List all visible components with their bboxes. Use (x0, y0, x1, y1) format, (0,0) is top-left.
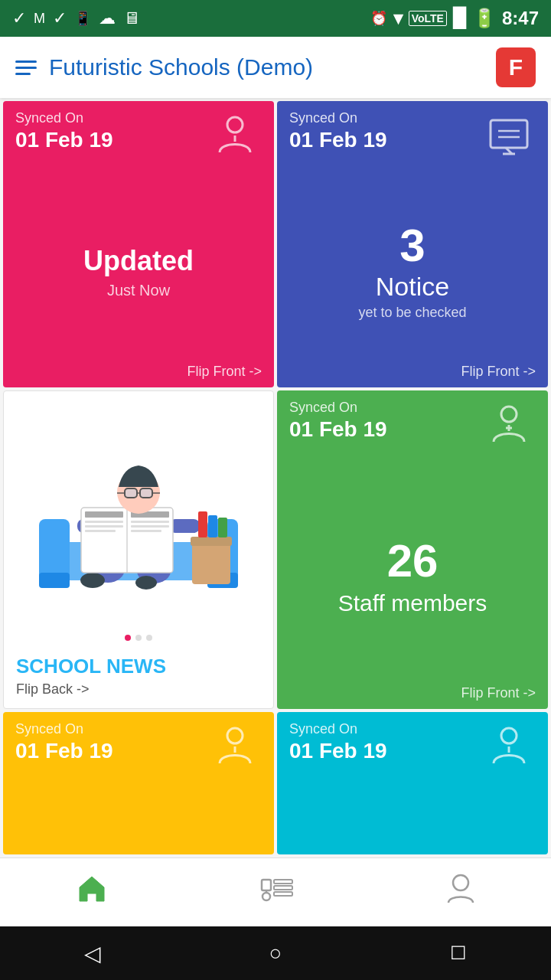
cyan-card-icon (482, 721, 536, 775)
main-grid: Synced On 01 Feb 19 Updated Just Now Fli… (0, 98, 551, 858)
check2-icon: ✓ (53, 8, 67, 28)
app-bar-left: Futuristic Schools (Demo) (15, 54, 313, 80)
battery-icon: 🔋 (473, 8, 496, 29)
svg-rect-27 (131, 525, 169, 528)
svg-rect-31 (140, 488, 152, 498)
update-flip-label[interactable]: Flip Front -> (187, 364, 262, 380)
notice-card-body: 3 Notice yet to be checked (277, 172, 548, 387)
volte-badge: VoLTE (409, 11, 447, 26)
staff-card-icon (482, 400, 536, 453)
status-bar: ✓ M ✓ 📱 ☁ 🖥 ⏰ ▾ VoLTE ▉ 🔋 8:47 (0, 0, 551, 37)
notice-label: Notice (376, 272, 449, 302)
svg-rect-39 (218, 518, 227, 537)
svg-point-14 (80, 573, 105, 588)
android-nav: ◁ ○ ☐ (0, 926, 551, 980)
update-title: Updated (83, 245, 194, 277)
news-image-area (4, 391, 273, 647)
svg-rect-35 (192, 542, 230, 584)
update-card-header: Synced On 01 Feb 19 (3, 101, 274, 172)
nav-card-view[interactable] (260, 875, 294, 910)
svg-rect-38 (208, 515, 217, 537)
svg-point-53 (453, 875, 468, 890)
svg-rect-2 (491, 120, 527, 148)
svg-rect-36 (191, 537, 232, 546)
svg-rect-28 (131, 530, 161, 532)
svg-rect-10 (39, 573, 70, 588)
desktop-icon: 🖥 (123, 8, 140, 28)
svg-point-15 (135, 576, 157, 590)
notice-sublabel: yet to be checked (358, 305, 466, 321)
yellow-card-header: Synced On 01 Feb 19 (3, 712, 274, 782)
wifi-icon: ▾ (393, 8, 403, 29)
update-card-body: Updated Just Now (3, 172, 274, 387)
svg-point-45 (501, 728, 517, 743)
svg-point-43 (227, 728, 243, 743)
app-logo: F (496, 47, 536, 87)
notice-card-header: Synced On 01 Feb 19 (277, 101, 548, 172)
cyan-card-header: Synced On 01 Feb 19 (277, 712, 548, 782)
status-bar-left: ✓ M ✓ 📱 ☁ 🖥 (12, 8, 140, 28)
svg-rect-18 (169, 519, 200, 533)
cyan-sync-label: Synced On (289, 721, 387, 737)
app-title: Futuristic Schools (Demo) (49, 54, 313, 80)
bottom-nav (0, 858, 551, 926)
news-flip-label[interactable]: Flip Back -> (16, 681, 261, 697)
staff-card-body: 26 Staff members (277, 461, 548, 709)
yellow-sync-date: 01 Feb 19 (15, 739, 113, 763)
notice-sync-date: 01 Feb 19 (289, 128, 387, 152)
home-icon (77, 875, 107, 910)
staff-sync-info: Synced On 01 Feb 19 (289, 400, 387, 442)
check-icon: ✓ (12, 8, 26, 28)
notice-flip-label[interactable]: Flip Front -> (461, 364, 536, 380)
yellow-sync-label: Synced On (15, 721, 113, 737)
staff-sync-date: 01 Feb 19 (289, 417, 387, 442)
time-display: 8:47 (502, 8, 539, 29)
staff-card[interactable]: Synced On 01 Feb 19 26 Staff members Fli… (277, 390, 548, 709)
svg-rect-52 (274, 892, 292, 896)
signal-icon: ▉ (453, 8, 467, 29)
svg-rect-23 (85, 521, 123, 523)
staff-number: 26 (387, 538, 439, 584)
notice-card-icon (482, 110, 536, 164)
cloud-icon: ☁ (99, 8, 116, 28)
nav-home[interactable] (77, 875, 107, 910)
svg-point-48 (262, 893, 270, 900)
svg-rect-30 (125, 488, 137, 498)
home-button[interactable]: ○ (269, 941, 282, 965)
recents-button[interactable]: ☐ (450, 942, 467, 964)
cyan-sync-info: Synced On 01 Feb 19 (289, 721, 387, 763)
nav-profile[interactable] (447, 874, 474, 911)
svg-point-40 (501, 407, 517, 422)
menu-button[interactable] (15, 60, 37, 75)
gmail-icon: M (34, 11, 45, 27)
news-footer: SCHOOL NEWS Flip Back -> (4, 647, 273, 708)
notice-card[interactable]: Synced On 01 Feb 19 3 Notice yet to be c… (277, 101, 548, 387)
svg-rect-24 (85, 525, 123, 528)
staff-label: Staff members (338, 590, 487, 616)
update-sync-date: 01 Feb 19 (15, 128, 113, 152)
card-view-icon (260, 875, 294, 910)
staff-card-header: Synced On 01 Feb 19 (277, 390, 548, 461)
cyan-sync-date: 01 Feb 19 (289, 739, 387, 763)
staff-flip-label[interactable]: Flip Front -> (461, 685, 536, 701)
app-bar: Futuristic Schools (Demo) F (0, 37, 551, 98)
svg-rect-25 (85, 530, 116, 532)
update-card[interactable]: Synced On 01 Feb 19 Updated Just Now Fli… (3, 101, 274, 387)
cyan-card[interactable]: Synced On 01 Feb 19 (277, 712, 548, 854)
svg-rect-47 (262, 880, 271, 890)
notice-sync-label: Synced On (289, 110, 387, 126)
svg-rect-50 (274, 880, 292, 884)
profile-icon (447, 874, 474, 911)
svg-rect-21 (85, 511, 123, 518)
update-sync-info: Synced On 01 Feb 19 (15, 110, 113, 152)
back-button[interactable]: ◁ (84, 941, 101, 966)
yellow-sync-info: Synced On 01 Feb 19 (15, 721, 113, 763)
yellow-card[interactable]: Synced On 01 Feb 19 (3, 712, 274, 854)
news-card[interactable]: SCHOOL NEWS Flip Back -> (3, 390, 274, 709)
staff-sync-label: Synced On (289, 400, 387, 416)
phone-icon: 📱 (74, 10, 91, 27)
update-card-icon (208, 110, 262, 164)
news-title: SCHOOL NEWS (16, 655, 261, 678)
svg-rect-51 (274, 886, 292, 890)
alarm-icon: ⏰ (370, 10, 387, 27)
